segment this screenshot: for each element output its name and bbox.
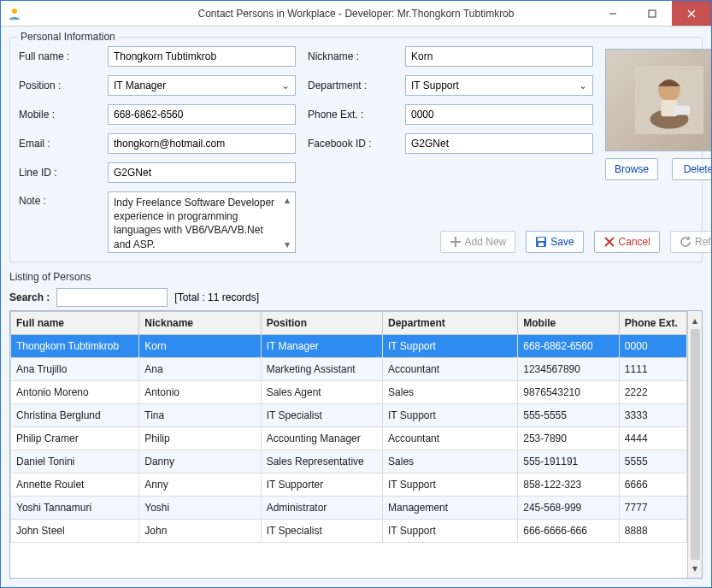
cell-nickname: Yoshi (139, 497, 261, 520)
label-note: Note : (19, 191, 96, 207)
cell-position: Administrator (261, 497, 382, 520)
persons-table[interactable]: Full name Nickname Position Department M… (10, 311, 687, 543)
cell-mobile: 9876543210 (518, 381, 620, 404)
close-button[interactable] (672, 1, 711, 26)
app-icon (8, 7, 21, 21)
table-row[interactable]: John SteelJohnIT SpecialistIT Support666… (11, 520, 687, 543)
note-input[interactable]: Indy Freelance Software Developer experi… (108, 191, 296, 253)
facebook-input[interactable]: G2GNet (405, 133, 593, 154)
label-fullname: Full name : (19, 50, 96, 62)
browse-button[interactable]: Browse (605, 158, 658, 180)
table-row[interactable]: Christina BerglundTinaIT SpecialistIT Su… (11, 404, 687, 427)
cell-phoneExt: 1111 (619, 358, 686, 381)
vertical-scrollbar[interactable]: ▴ ▾ (687, 311, 702, 578)
table-row[interactable]: Antonio MorenoAntonioSales AgentSales987… (11, 381, 687, 404)
table-row[interactable]: Yoshi TannamuriYoshiAdministratorManagem… (11, 497, 687, 520)
save-button[interactable]: Save (526, 231, 583, 253)
scroll-down-icon[interactable]: ▾ (281, 238, 293, 250)
cell-mobile: 668-6862-6560 (518, 335, 620, 358)
cell-department: IT Support (383, 335, 518, 358)
cell-position: IT Specialist (261, 404, 382, 427)
table-row[interactable]: Daniel ToniniDannySales RepresentativeSa… (11, 450, 687, 473)
cell-fullName: Thongkorn Tubtimkrob (11, 335, 139, 358)
client-area: Personal Information Full name : Thongko… (1, 26, 711, 587)
cell-mobile: 555-191191 (518, 450, 620, 473)
cell-position: Marketing Assistant (261, 358, 382, 381)
col-position[interactable]: Position (261, 312, 382, 335)
refresh-icon (680, 236, 691, 248)
table-row[interactable]: Thongkorn TubtimkrobKornIT ManagerIT Sup… (11, 335, 687, 358)
position-combo[interactable]: IT Manager⌄ (108, 75, 296, 96)
cell-phoneExt: 6666 (619, 473, 686, 497)
department-combo[interactable]: IT Support⌄ (405, 75, 593, 96)
label-nickname: Nickname : (308, 50, 393, 62)
col-nickname[interactable]: Nickname (139, 312, 261, 335)
mobile-input[interactable]: 668-6862-6560 (108, 104, 296, 125)
action-toolbar: Add New Save Cancel Refresh (308, 231, 711, 253)
phoneext-input[interactable]: 0000 (405, 104, 593, 125)
cell-fullName: Christina Berglund (11, 404, 139, 427)
cancel-icon (603, 236, 615, 248)
cell-department: Accountant (383, 427, 518, 450)
plus-icon (450, 236, 462, 248)
cell-phoneExt: 0000 (619, 335, 686, 358)
table-row[interactable]: Annette RouletAnnyIT SupporterIT Support… (11, 473, 687, 497)
cell-phoneExt: 2222 (619, 381, 686, 404)
col-phoneext[interactable]: Phone Ext. (619, 312, 686, 335)
label-lineid: Line ID : (19, 167, 96, 179)
cell-nickname: Philip (139, 427, 261, 450)
group-title: Personal Information (17, 31, 119, 43)
label-department: Department : (308, 79, 393, 91)
cell-phoneExt: 4444 (619, 427, 686, 450)
cell-fullName: Yoshi Tannamuri (11, 497, 139, 520)
svg-point-0 (12, 9, 17, 14)
cell-mobile: 555-5555 (518, 404, 620, 427)
svg-rect-9 (674, 105, 690, 115)
col-department[interactable]: Department (383, 312, 518, 335)
svg-rect-11 (538, 238, 544, 241)
col-mobile[interactable]: Mobile (518, 312, 620, 335)
photo-column: Browse Delete (605, 49, 711, 180)
email-input[interactable]: thongkorn@hotmail.com (108, 133, 296, 154)
titlebar: Contact Persons in Workplace - Developer… (1, 1, 711, 26)
lineid-input[interactable]: G2GNet (108, 162, 296, 183)
scroll-thumb[interactable] (691, 329, 700, 560)
svg-rect-12 (538, 243, 544, 246)
scroll-down-icon[interactable]: ▾ (692, 562, 697, 574)
label-phoneext: Phone Ext. : (308, 109, 393, 121)
chevron-down-icon: ⌄ (579, 79, 587, 91)
cell-fullName: Daniel Tonini (11, 450, 139, 473)
refresh-button[interactable]: Refresh (670, 231, 711, 253)
fullname-input[interactable]: Thongkorn Tubtimkrob (108, 46, 296, 67)
scroll-up-icon[interactable]: ▴ (281, 194, 293, 206)
search-input[interactable] (56, 288, 168, 307)
cell-nickname: Korn (139, 335, 261, 358)
cancel-button[interactable]: Cancel (594, 231, 660, 253)
cell-position: IT Supporter (261, 473, 382, 497)
cell-department: Management (383, 497, 518, 520)
total-records: [Total : 11 records] (174, 291, 259, 303)
label-email: Email : (19, 138, 96, 150)
cell-department: Sales (383, 381, 518, 404)
table-row[interactable]: Ana TrujilloAnaMarketing AssistantAccoun… (11, 358, 687, 381)
cell-nickname: Antonio (139, 381, 261, 404)
cell-department: IT Support (383, 473, 518, 497)
maximize-button[interactable] (633, 1, 672, 26)
scroll-up-icon[interactable]: ▴ (692, 315, 697, 326)
cell-fullName: John Steel (11, 520, 139, 543)
minimize-button[interactable] (593, 1, 633, 26)
cell-phoneExt: 5555 (619, 450, 686, 473)
save-icon (535, 236, 547, 248)
delete-button[interactable]: Delete (672, 158, 711, 180)
cell-mobile: 858-122-323 (518, 473, 620, 497)
listing-title: Listing of Persons (9, 271, 703, 283)
cell-nickname: Anny (139, 473, 261, 497)
svg-rect-2 (649, 10, 656, 17)
add-new-button[interactable]: Add New (440, 231, 516, 253)
table-row[interactable]: Philip CramerPhilipAccounting ManagerAcc… (11, 427, 687, 450)
nickname-input[interactable]: Korn (405, 46, 593, 67)
personal-info-group: Personal Information Full name : Thongko… (9, 37, 703, 262)
cell-position: Accounting Manager (261, 427, 382, 450)
col-fullname[interactable]: Full name (11, 312, 139, 335)
cell-nickname: Ana (139, 358, 261, 381)
